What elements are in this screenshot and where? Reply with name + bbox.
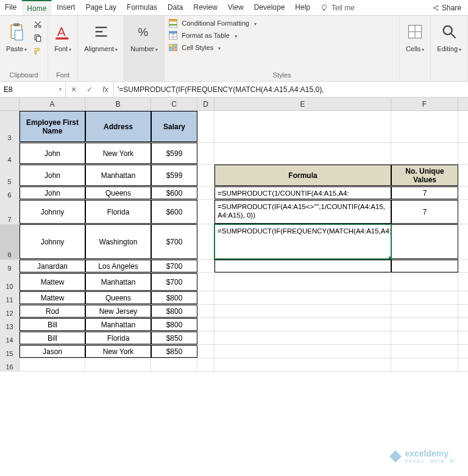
cell-F5[interactable]: No. Unique Values — [391, 165, 458, 186]
cell-F14[interactable] — [391, 332, 458, 344]
cell-styles-button[interactable]: Cell Styles — [168, 43, 257, 52]
tab-insert[interactable]: Insert — [52, 0, 80, 15]
paste-button[interactable]: Paste — [4, 18, 29, 55]
cell-F4[interactable] — [391, 143, 458, 164]
cell-B12[interactable]: New Jersey — [85, 305, 151, 318]
cell-B16[interactable] — [85, 358, 151, 371]
cell-E9[interactable] — [214, 260, 391, 272]
cell-D5[interactable] — [197, 165, 214, 186]
cell-C14[interactable]: $850 — [151, 332, 197, 344]
cell-F6[interactable]: 7 — [391, 186, 458, 199]
cell-B4[interactable]: New York — [85, 143, 151, 164]
cell-D8[interactable] — [197, 224, 214, 259]
cell-F3[interactable] — [391, 111, 458, 142]
cell-C8[interactable]: $700 — [151, 224, 197, 259]
tell-me[interactable]: Tell me — [316, 0, 360, 15]
cell-E11[interactable] — [214, 291, 391, 304]
row-header-3[interactable]: 3 — [0, 111, 20, 143]
cell-F11[interactable] — [391, 291, 458, 304]
cell-D13[interactable] — [197, 318, 214, 331]
cell-E7[interactable]: =SUMPRODUCT(IF(A4:A15<>"",1/COUNTIF(A4:A… — [214, 200, 391, 224]
cell-F10[interactable] — [391, 273, 458, 291]
tab-data[interactable]: Data — [163, 0, 188, 15]
font-button[interactable]: A Font — [52, 18, 74, 55]
cell-F15[interactable] — [391, 345, 458, 358]
cell-A12[interactable]: Rod — [20, 305, 85, 318]
cell-B10[interactable]: Manhattan — [85, 273, 151, 291]
row-header-12[interactable]: 12 — [0, 305, 20, 318]
cell-A8[interactable]: Johnny — [20, 224, 85, 259]
cell-B6[interactable]: Queens — [85, 186, 151, 199]
cell-C12[interactable]: $800 — [151, 305, 197, 318]
number-button[interactable]: % Number — [128, 18, 160, 55]
cell-A14[interactable]: Bill — [20, 332, 85, 344]
cell-E13[interactable] — [214, 318, 391, 331]
cell-B8[interactable]: Washington — [85, 224, 151, 259]
cell-B7[interactable]: Florida — [85, 200, 151, 224]
row-header-9[interactable]: 9 — [0, 260, 20, 273]
cell-D10[interactable] — [197, 273, 214, 291]
cell-C15[interactable]: $850 — [151, 345, 197, 358]
cell-D7[interactable] — [197, 200, 214, 224]
cell-C11[interactable]: $800 — [151, 291, 197, 304]
cell-C6[interactable]: $600 — [151, 186, 197, 199]
cell-F12[interactable] — [391, 305, 458, 318]
name-box[interactable]: E8 ▾ — [0, 82, 66, 97]
cell-A9[interactable]: Janardan — [20, 260, 85, 272]
cell-D3[interactable] — [197, 111, 214, 142]
cell-A7[interactable]: Johnny — [20, 200, 85, 224]
cell-D6[interactable] — [197, 186, 214, 199]
row-header-14[interactable]: 14 — [0, 332, 20, 345]
format-as-table-button[interactable]: Format as Table — [168, 30, 257, 40]
tab-home[interactable]: Home — [22, 0, 52, 15]
cancel-formula-button[interactable]: ✕ — [66, 85, 82, 94]
select-all-corner[interactable] — [0, 98, 20, 110]
cell-F13[interactable] — [391, 318, 458, 331]
row-header-5[interactable]: 5 — [0, 165, 20, 186]
cell-C13[interactable]: $800 — [151, 318, 197, 331]
col-header-D[interactable]: D — [197, 98, 214, 110]
cell-D4[interactable] — [197, 143, 214, 164]
col-header-E[interactable]: E — [214, 98, 391, 110]
cell-B9[interactable]: Los Angeles — [85, 260, 151, 272]
tab-formulas[interactable]: Formulas — [122, 0, 163, 15]
share-button[interactable]: Share — [427, 0, 468, 15]
cell-E6[interactable]: =SUMPRODUCT(1/COUNTIF(A4:A15,A4: — [214, 186, 391, 199]
cell-D15[interactable] — [197, 345, 214, 358]
col-header-A[interactable]: A — [20, 98, 85, 110]
row-header-6[interactable]: 6 — [0, 186, 20, 200]
cell-D14[interactable] — [197, 332, 214, 344]
row-header-4[interactable]: 4 — [0, 143, 20, 165]
cell-C9[interactable]: $700 — [151, 260, 197, 272]
row-header-16[interactable]: 16 — [0, 358, 20, 372]
cell-E4[interactable] — [214, 143, 391, 164]
cell-C5[interactable]: $599 — [151, 165, 197, 186]
conditional-formatting-button[interactable]: Conditional Formatting — [168, 18, 257, 28]
cell-D12[interactable] — [197, 305, 214, 318]
cell-B15[interactable]: New York — [85, 345, 151, 358]
cell-A4[interactable]: John — [20, 143, 85, 164]
cell-C4[interactable]: $599 — [151, 143, 197, 164]
cell-F8[interactable] — [391, 224, 458, 259]
cell-D11[interactable] — [197, 291, 214, 304]
tab-page-layout[interactable]: Page Lay — [80, 0, 122, 15]
accept-formula-button[interactable]: ✓ — [82, 85, 98, 94]
cut-button[interactable] — [32, 18, 44, 30]
cell-A16[interactable] — [20, 358, 85, 371]
col-header-F[interactable]: F — [391, 98, 458, 110]
formula-input[interactable]: '=SUMPRODUCT(IF(FREQUENCY(MATCH(A4:A15,A… — [114, 82, 468, 97]
copy-button[interactable] — [32, 32, 44, 44]
col-header-B[interactable]: B — [85, 98, 151, 110]
cell-E15[interactable] — [214, 345, 391, 358]
cell-B13[interactable]: Manhattan — [85, 318, 151, 331]
cell-E3[interactable] — [214, 111, 391, 142]
tab-help[interactable]: Help — [290, 0, 316, 15]
row-header-10[interactable]: 10 — [0, 273, 20, 291]
cell-B3[interactable]: Address — [85, 111, 151, 142]
cell-C3[interactable]: Salary — [151, 111, 197, 142]
cell-A15[interactable]: Jason — [20, 345, 85, 358]
cell-B5[interactable]: Manhattan — [85, 165, 151, 186]
cell-F9[interactable] — [391, 260, 458, 272]
cell-A11[interactable]: Mattew — [20, 291, 85, 304]
row-header-8[interactable]: 8 — [0, 224, 20, 260]
